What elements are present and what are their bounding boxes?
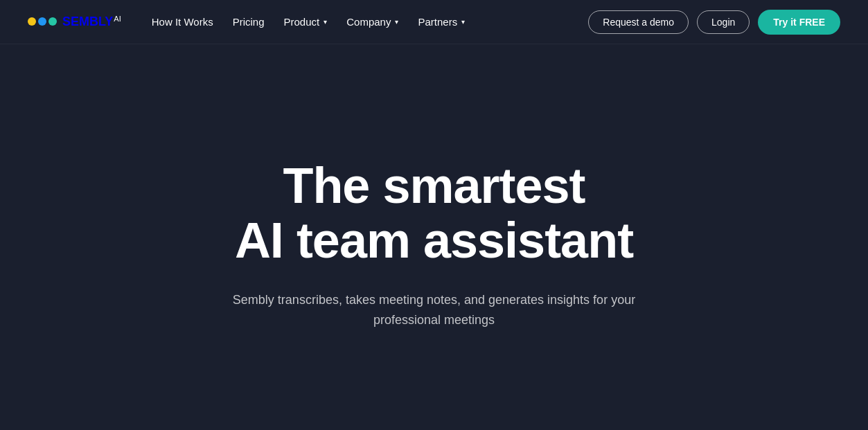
try-free-button[interactable]: Try it FREE bbox=[758, 10, 840, 35]
navbar-right: Request a demo Login Try it FREE bbox=[588, 10, 840, 35]
hero-title: The smartest AI team assistant bbox=[235, 159, 633, 268]
logo-dot-teal bbox=[48, 17, 57, 26]
product-chevron-icon: ▾ bbox=[324, 18, 327, 26]
nav-pricing[interactable]: Pricing bbox=[224, 10, 273, 33]
logo-dot-blue bbox=[38, 17, 46, 26]
navbar-left: SEMBLYAI How It Works Pricing Product ▾ … bbox=[28, 10, 473, 33]
nav-links: How It Works Pricing Product ▾ Company ▾… bbox=[143, 10, 473, 33]
login-button[interactable]: Login bbox=[697, 10, 750, 34]
nav-company[interactable]: Company ▾ bbox=[338, 10, 407, 33]
partners-chevron-icon: ▾ bbox=[461, 18, 465, 26]
nav-how-it-works[interactable]: How It Works bbox=[143, 10, 222, 33]
logo-text: SEMBLYAI bbox=[62, 15, 121, 29]
nav-product[interactable]: Product ▾ bbox=[276, 10, 336, 33]
logo[interactable]: SEMBLYAI bbox=[28, 15, 121, 29]
company-chevron-icon: ▾ bbox=[395, 18, 398, 26]
nav-partners[interactable]: Partners ▾ bbox=[409, 10, 473, 33]
request-demo-button[interactable]: Request a demo bbox=[588, 10, 689, 34]
logo-dots bbox=[28, 17, 57, 26]
navbar: SEMBLYAI How It Works Pricing Product ▾ … bbox=[0, 0, 868, 44]
hero-section: The smartest AI team assistant Sembly tr… bbox=[0, 44, 868, 430]
hero-subtitle: Sembly transcribes, takes meeting notes,… bbox=[220, 290, 649, 330]
logo-dot-yellow bbox=[28, 17, 36, 26]
